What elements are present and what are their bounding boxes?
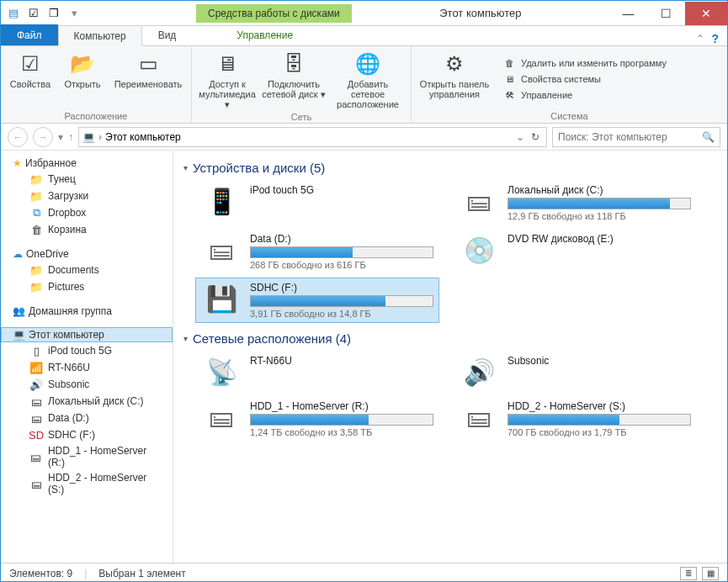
help-icon[interactable]: ? [711, 32, 719, 45]
view-details-button[interactable]: ≣ [680, 567, 697, 580]
tab-view[interactable]: Вид [142, 24, 193, 45]
ribbon-group-location: ☑ Свойства 📂 Открыть ▭ Переименовать Рас… [1, 46, 192, 123]
thispc-header[interactable]: 💻Этот компьютер [1, 327, 173, 342]
maximize-button[interactable]: ☐ [647, 2, 685, 25]
sidebar-item-hdd2[interactable]: 🖴HDD_2 - HomeServer (S:) [1, 470, 173, 497]
map-drive-button[interactable]: 🗄 Подключить сетевой диск ▾ [261, 49, 327, 110]
add-location-button[interactable]: 🌐 Добавить сетевое расположение [330, 49, 406, 110]
homegroup-header[interactable]: 👥Домашняя группа [1, 304, 173, 319]
control-panel-button[interactable]: ⚙ Открыть панель управления [417, 49, 492, 109]
sidebar-item-tunec[interactable]: 📁Тунец [1, 171, 173, 188]
sidebar-item-dropbox[interactable]: ⧉Dropbox [1, 204, 173, 221]
drive-item[interactable]: 💿DVD RW дисковод (E:) [453, 229, 697, 274]
sidebar-item-datad[interactable]: 🖴Data (D:) [1, 410, 173, 426]
drive-icon: 🖴 [201, 233, 242, 267]
drive-subtext: 12,9 ГБ свободно из 118 ГБ [507, 211, 691, 221]
sidebar-item-documents[interactable]: 📁Documents [1, 262, 173, 278]
sidebar-item-recycle[interactable]: 🗑Корзина [1, 221, 173, 238]
onedrive-icon: ☁ [13, 248, 23, 260]
drive-name: HDD_2 - HomeServer (S:) [507, 400, 691, 412]
refresh-icon[interactable]: ↻ [528, 131, 543, 143]
sidebar-item-downloads[interactable]: 📁Загрузки [1, 188, 173, 204]
pc-icon: 💻 [13, 329, 25, 341]
context-tab-label: Средства работы с дисками [196, 4, 352, 23]
drive-name: Локальный диск (C:) [507, 184, 691, 196]
folder-icon: 📁 [29, 263, 43, 277]
network-grid: 📡RT-N66U🔊Subsonic🖴HDD_1 - HomeServer (R:… [195, 351, 717, 442]
search-icon[interactable]: 🔍 [702, 131, 715, 143]
tab-manage[interactable]: Управление [221, 24, 309, 45]
breadcrumb[interactable]: Этот компьютер [105, 131, 181, 143]
manage-button[interactable]: 🛠Управление [502, 88, 667, 102]
ribbon-collapse-icon[interactable]: ⌃ [696, 33, 704, 45]
search-input[interactable] [558, 131, 702, 143]
ribbon-group-network: 🖥 Доступ к мультимедиа ▾ 🗄 Подключить се… [192, 46, 412, 123]
window-title: Этот компьютер [352, 7, 609, 19]
back-button[interactable]: ← [8, 127, 28, 147]
chevron-down-icon: ▾ [183, 334, 188, 343]
ribbon-tabs: Файл Компьютер Вид Управление ⌃ ? [1, 26, 727, 46]
tab-computer[interactable]: Компьютер [58, 25, 142, 46]
sidebar-item-rtn66u[interactable]: 📶RT-N66U [1, 359, 173, 376]
properties-label: Свойства [10, 79, 50, 89]
close-button[interactable]: ✕ [685, 2, 727, 25]
media-icon: 🖥 [214, 50, 241, 77]
navigation-bar: ← → ▾ ↑ 💻 › Этот компьютер ⌄ ↻ 🔍 [1, 124, 727, 151]
forward-button[interactable]: → [33, 127, 53, 147]
properties-button[interactable]: ☑ Свойства [6, 49, 55, 109]
sidebar-item-hdd1[interactable]: 🖴HDD_1 - HomeServer (R:) [1, 443, 173, 470]
drive-item[interactable]: 📱iPod touch 5G [195, 180, 439, 225]
properties-icon: ☑ [17, 50, 44, 77]
history-dropdown-icon[interactable]: ▾ [58, 131, 63, 143]
drive-name: HDD_1 - HomeServer (R:) [250, 400, 433, 412]
drive-icon: 💿 [459, 233, 499, 267]
sidebar-item-pictures[interactable]: 📁Pictures [1, 278, 173, 295]
sidebar-item-subsonic[interactable]: 🔊Subsonic [1, 376, 173, 393]
drive-icon: 📡 [201, 355, 242, 389]
drive-item[interactable]: 🖴Data (D:)268 ГБ свободно из 616 ГБ [195, 229, 439, 274]
up-button[interactable]: ↑ [68, 131, 73, 143]
qat-dropdown-icon[interactable]: ▾ [65, 4, 83, 23]
drive-item[interactable]: 🔊Subsonic [453, 351, 697, 393]
system-props-label: Свойства системы [521, 74, 601, 84]
favorites-header[interactable]: ★Избранное [1, 156, 173, 171]
rename-button[interactable]: ▭ Переименовать [110, 49, 186, 109]
qat-properties-icon[interactable]: ☑ [24, 4, 43, 23]
sidebar-item-ipod[interactable]: ▯iPod touch 5G [1, 342, 173, 359]
add-location-icon: 🌐 [354, 50, 381, 77]
drive-item[interactable]: 🖴HDD_2 - HomeServer (S:)700 ГБ свободно … [453, 396, 697, 442]
open-button[interactable]: 📂 Открыть [58, 49, 107, 109]
app-icon[interactable]: ▤ [4, 4, 23, 23]
sidebar-item-localc[interactable]: 🖴Локальный диск (C:) [1, 393, 173, 410]
section-network-header[interactable]: ▾Сетевые расположения (4) [183, 331, 717, 346]
folder-icon: 📁 [29, 280, 43, 294]
drive-name: iPod touch 5G [250, 184, 433, 196]
content-pane: ▾Устройства и диски (5) 📱iPod touch 5G🖴Л… [173, 151, 727, 563]
address-bar[interactable]: 💻 › Этот компьютер ⌄ ↻ [78, 127, 547, 147]
media-access-button[interactable]: 🖥 Доступ к мультимедиа ▾ [197, 49, 258, 110]
device-icon: ▯ [29, 344, 43, 357]
minimize-button[interactable]: — [609, 2, 647, 25]
tab-file[interactable]: Файл [1, 24, 58, 45]
drive-subtext: 1,24 ТБ свободно из 3,58 ТБ [250, 427, 433, 437]
usage-bar [507, 198, 691, 209]
drive-item[interactable]: 💾SDHC (F:)3,91 ГБ свободно из 14,8 ГБ [195, 278, 439, 323]
chevron-down-icon: ▾ [183, 163, 188, 172]
drive-item[interactable]: 🖴Локальный диск (C:)12,9 ГБ свободно из … [453, 180, 697, 225]
section-drives-header[interactable]: ▾Устройства и диски (5) [183, 161, 717, 175]
window-controls: — ☐ ✕ [609, 2, 727, 25]
recycle-icon: 🗑 [29, 223, 43, 236]
system-properties-button[interactable]: 🖥Свойства системы [502, 72, 667, 86]
uninstall-button[interactable]: 🗑Удалить или изменить программу [502, 56, 667, 70]
router-icon: 📶 [29, 361, 43, 374]
drive-item[interactable]: 📡RT-N66U [195, 351, 439, 393]
sidebar-item-sdhc[interactable]: SDSDHC (F:) [1, 426, 173, 443]
drive-item[interactable]: 🖴HDD_1 - HomeServer (R:)1,24 ТБ свободно… [195, 396, 439, 442]
qat-newfolder-icon[interactable]: ❐ [45, 4, 63, 23]
search-box[interactable]: 🔍 [552, 127, 720, 147]
usage-bar [507, 414, 691, 426]
view-large-button[interactable]: ▦ [702, 567, 719, 580]
onedrive-header[interactable]: ☁OneDrive [1, 246, 173, 262]
address-dropdown-icon[interactable]: ⌄ [516, 131, 524, 143]
drive-icon: 🖴 [459, 400, 499, 434]
